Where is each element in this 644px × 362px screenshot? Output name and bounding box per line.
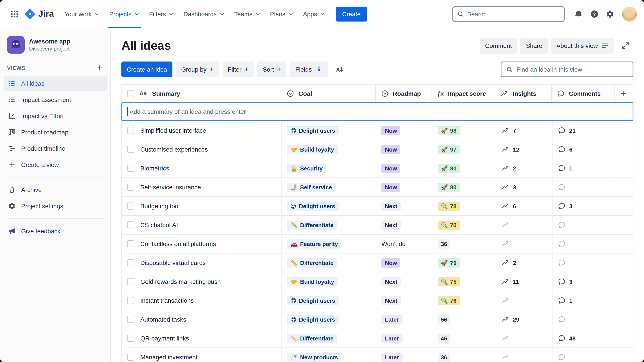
idea-row[interactable]: Automated tasks😍Delight usersLater5629 <box>122 310 634 329</box>
add-idea-row[interactable] <box>122 102 634 121</box>
create-idea-button[interactable]: Create an idea <box>122 61 172 77</box>
idea-row[interactable]: CS chatbot AI📏DifferentiateNext🔍70 <box>122 216 634 235</box>
row-checkbox[interactable] <box>127 127 134 134</box>
impact-chip[interactable]: 🚀97 <box>438 145 460 154</box>
nav-item-your-work[interactable]: Your work <box>60 0 105 28</box>
impact-chip[interactable]: 56 <box>438 315 450 324</box>
goal-chip[interactable]: 😍Delight users <box>287 315 339 324</box>
roadmap-chip[interactable]: Now <box>382 182 400 192</box>
row-checkbox[interactable] <box>127 240 134 247</box>
idea-row[interactable]: Contactless on all platforms🚗Feature par… <box>122 235 634 253</box>
row-checkbox[interactable] <box>127 259 134 266</box>
sidebar-item-archive[interactable]: Archive <box>4 182 107 198</box>
goal-chip[interactable]: 🤝Build loyalty <box>287 145 338 154</box>
sidebar-item-impact-assesment[interactable]: Impact assesment <box>4 92 107 108</box>
roadmap-chip[interactable]: Next <box>382 220 401 229</box>
user-avatar[interactable] <box>622 6 637 21</box>
roadmap-chip[interactable]: Next <box>382 296 401 305</box>
idea-row[interactable]: QR payment links📏DifferentiateLater4648 <box>122 329 634 348</box>
comment-button[interactable]: Comment <box>480 38 517 54</box>
goal-chip[interactable]: 🤳Self service <box>287 182 336 192</box>
idea-row[interactable]: Self-service insurance🤳Self serviceNow🚀8… <box>122 178 634 197</box>
add-field-button[interactable] <box>614 85 634 102</box>
row-checkbox[interactable] <box>127 146 134 153</box>
goal-chip[interactable]: 🤝Build loyalty <box>287 277 338 286</box>
goal-chip[interactable]: 🔒Security <box>287 164 326 173</box>
roadmap-chip[interactable]: Next <box>382 201 401 211</box>
impact-chip[interactable]: 36 <box>438 353 450 362</box>
app-switcher-button[interactable] <box>7 6 22 21</box>
row-checkbox[interactable] <box>127 316 134 323</box>
column-header-impact-score[interactable]: ƒxImpact score <box>432 85 496 102</box>
sort-alphabetical-button[interactable] <box>332 61 348 77</box>
roadmap-chip[interactable]: Now <box>382 126 400 135</box>
roadmap-chip[interactable]: Next <box>382 277 401 286</box>
row-checkbox[interactable] <box>127 335 134 342</box>
toolbar-sort-button[interactable]: Sort+ <box>258 61 286 77</box>
row-checkbox[interactable] <box>127 297 134 304</box>
idea-row[interactable]: Disposable virtual cards📏DifferentiateNo… <box>122 253 634 272</box>
column-header-insights[interactable]: Insights <box>496 85 552 102</box>
global-search-input[interactable] <box>467 10 560 17</box>
column-header-goal[interactable]: Goal <box>281 85 376 102</box>
sidebar-item-impact-vs-effort[interactable]: Impact vs Effort <box>4 108 107 124</box>
find-idea-search[interactable] <box>500 61 634 77</box>
create-button[interactable]: Create <box>336 6 367 21</box>
column-header-summary[interactable]: AaSummary <box>122 85 281 102</box>
toolbar-fields-button[interactable]: Fields6 <box>290 61 328 77</box>
goal-chip[interactable]: 📏Differentiate <box>287 258 337 267</box>
impact-chip[interactable]: 36 <box>438 239 450 248</box>
settings-button[interactable] <box>603 6 618 21</box>
goal-chip[interactable]: 😍Delight users <box>287 126 339 135</box>
roadmap-chip[interactable]: Now <box>382 164 400 173</box>
roadmap-chip[interactable]: Later <box>382 315 402 324</box>
goal-chip[interactable]: 😍Delight users <box>287 201 339 211</box>
bell-button[interactable] <box>571 6 586 21</box>
goal-chip[interactable]: 🍼New products <box>287 353 341 362</box>
sidebar-item-product-timeline[interactable]: Product timeline <box>4 141 107 156</box>
row-checkbox[interactable] <box>127 202 134 209</box>
help-button[interactable]: ? <box>587 6 602 21</box>
impact-chip[interactable]: 🔍70 <box>438 220 460 229</box>
expand-view-button[interactable] <box>618 38 634 54</box>
sidebar-item-product-roadmap[interactable]: Product roadmap <box>4 124 107 140</box>
nav-item-projects[interactable]: Projects <box>105 0 145 28</box>
goal-chip[interactable]: 🚗Feature parity <box>287 239 341 248</box>
goal-chip[interactable]: 😍Delight users <box>287 296 339 305</box>
roadmap-chip[interactable]: Later <box>382 353 402 362</box>
sidebar-item-give-feedback[interactable]: Give feedback <box>4 223 107 239</box>
row-checkbox[interactable] <box>127 278 134 285</box>
column-header-comments[interactable]: Comments <box>552 85 614 102</box>
sidebar-item-all-ideas[interactable]: All ideas <box>4 76 107 91</box>
idea-row[interactable]: Customised experiences🤝Build loyaltyNow🚀… <box>122 140 634 159</box>
column-header-roadmap[interactable]: Roadmap <box>376 85 432 102</box>
row-checkbox[interactable] <box>127 221 134 228</box>
sidebar-item-create-a-view[interactable]: Create a view <box>4 157 107 173</box>
idea-row[interactable]: Budgeting tool😍Delight usersNext🔍7863 <box>122 197 634 216</box>
roadmap-chip[interactable]: Now <box>382 258 400 267</box>
nav-item-teams[interactable]: Teams <box>230 0 266 28</box>
row-checkbox[interactable] <box>127 165 134 172</box>
impact-chip[interactable]: 46 <box>438 334 450 343</box>
idea-row[interactable]: Instant transactions😍Delight usersNext🔍7… <box>122 291 634 310</box>
add-idea-input[interactable] <box>130 108 628 115</box>
nav-item-plans[interactable]: Plans <box>266 0 299 28</box>
idea-row[interactable]: Managed investment🍼New productsLater36 <box>122 348 634 362</box>
nav-item-apps[interactable]: Apps <box>299 0 330 28</box>
impact-chip[interactable]: 🔍75 <box>438 277 460 286</box>
goal-chip[interactable]: 📏Differentiate <box>287 220 337 229</box>
select-all-checkbox[interactable] <box>127 90 134 97</box>
impact-chip[interactable]: 🔍78 <box>438 201 460 211</box>
jira-logo[interactable]: Jira <box>25 8 54 19</box>
sidebar-item-project-settings[interactable]: Project settings <box>4 198 107 214</box>
idea-row[interactable]: Biometrics🔒SecurityNow🚀8021 <box>122 159 634 178</box>
row-checkbox[interactable] <box>127 354 134 361</box>
about-this-view-button[interactable]: About this view <box>551 38 614 54</box>
nav-item-filters[interactable]: Filters <box>145 0 179 28</box>
impact-chip[interactable]: 🔍76 <box>438 296 460 305</box>
roadmap-chip[interactable]: Later <box>382 334 402 343</box>
find-idea-input[interactable] <box>516 66 628 73</box>
share-button[interactable]: Share <box>520 38 548 54</box>
project-header[interactable]: Awesome app Discovery project <box>0 28 110 57</box>
impact-chip[interactable]: 🚀80 <box>438 182 460 192</box>
